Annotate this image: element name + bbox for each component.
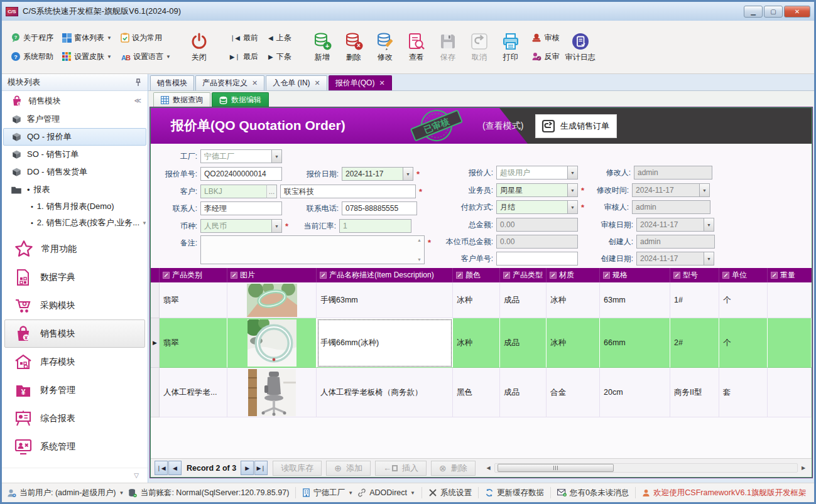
- column-header[interactable]: 产品名称描述(Item Description): [317, 268, 453, 282]
- chevron-down-icon[interactable]: ▼: [567, 183, 578, 197]
- subtab-data-edit[interactable]: 数据编辑: [212, 92, 269, 107]
- sidebar-module-purchasing[interactable]: 采购模块: [4, 291, 145, 319]
- close-tab-icon[interactable]: ✕: [315, 79, 320, 87]
- active-cell-editor[interactable]: 手镯66mm(冰种): [317, 318, 453, 368]
- chevron-down-icon[interactable]: ▼: [567, 200, 578, 214]
- sidebar-group-sales[interactable]: ¥ 销售模块 ≪: [2, 91, 148, 110]
- chevron-down-icon[interactable]: ▼: [271, 219, 282, 233]
- nav-first-button[interactable]: ❘◀: [155, 461, 168, 475]
- collapse-icon[interactable]: ≪: [134, 97, 141, 105]
- currency-select[interactable]: 人民币▼: [200, 219, 282, 233]
- about-button[interactable]: ? 关于程序: [8, 31, 56, 45]
- system-help-button[interactable]: ? 系统帮助: [8, 50, 56, 63]
- view-button[interactable]: 查看: [401, 32, 432, 63]
- quote-no-field[interactable]: QO202400000014: [200, 167, 282, 181]
- set-language-button[interactable]: AB 设置语言▼: [118, 50, 173, 63]
- sidebar-module-inventory[interactable]: 库存模块: [4, 348, 145, 376]
- nav-prev-button[interactable]: ◀: [168, 461, 182, 475]
- column-header[interactable]: 规格: [600, 268, 670, 282]
- column-header[interactable]: 型号: [670, 268, 719, 282]
- quote-date-field[interactable]: 2024-11-17▼: [342, 167, 413, 181]
- tab-sales-module[interactable]: 销售模块: [150, 75, 194, 90]
- audit-log-button[interactable]: 审计日志: [565, 32, 596, 63]
- create-date-field[interactable]: 2024-11-17▼: [636, 252, 714, 265]
- base-total-field[interactable]: 0.00: [496, 235, 578, 249]
- tab-product-definition[interactable]: 产品资料定义✕: [195, 75, 264, 90]
- modifier-field[interactable]: admin: [634, 166, 712, 180]
- set-skin-button[interactable]: 设置皮肤▼: [60, 50, 114, 63]
- unapprove-button[interactable]: ✓ 反审: [529, 50, 562, 63]
- column-header[interactable]: 重量: [768, 268, 812, 282]
- column-header[interactable]: 产品类型: [500, 268, 547, 282]
- scroll-left-icon[interactable]: ◀: [484, 465, 493, 471]
- payment-select[interactable]: 月结▼: [496, 200, 578, 214]
- last-record-button[interactable]: ▶❘最后: [227, 50, 261, 63]
- sidebar-module-system[interactable]: 系统管理: [4, 432, 145, 461]
- sidebar-module-data-dictionary[interactable]: 数据字典: [4, 263, 145, 291]
- tab-inbound-order[interactable]: 入仓单 (IN)✕: [266, 75, 327, 90]
- ellipsis-lookup-icon[interactable]: …: [266, 185, 277, 198]
- quoter-select[interactable]: 超级用户▼: [496, 166, 578, 180]
- sidebar-module-favorites[interactable]: 常用功能: [4, 235, 145, 263]
- close-form-button[interactable]: 关闭: [184, 32, 214, 63]
- sidebar-folder-reports[interactable]: •报表: [2, 181, 148, 198]
- tab-quotation-order[interactable]: 报价单(QO)✕: [329, 75, 392, 90]
- refresh-cache-button[interactable]: 更新缓存数据: [485, 488, 544, 498]
- chevron-down-icon[interactable]: ▼: [403, 167, 413, 181]
- pin-icon[interactable]: [134, 78, 142, 87]
- add-button[interactable]: + 新增: [307, 32, 337, 63]
- connection-selector[interactable]: ADODirect▼: [357, 488, 415, 497]
- phone-field[interactable]: 0785-88885555: [342, 201, 417, 215]
- salesman-select[interactable]: 周星星▼: [496, 183, 578, 197]
- rate-field[interactable]: 1: [339, 219, 411, 233]
- approver-field[interactable]: admin: [632, 200, 710, 214]
- modify-time-field[interactable]: 2024-11-17▼: [632, 183, 710, 197]
- nav-next-button[interactable]: ▶: [241, 461, 254, 475]
- chevron-down-icon[interactable]: ▼: [704, 218, 714, 232]
- sidebar-item-qo-quotation[interactable]: QO - 报价单: [3, 128, 146, 146]
- minimize-button[interactable]: ▁: [744, 6, 763, 18]
- chevron-down-icon[interactable]: ▼: [271, 149, 282, 163]
- column-header[interactable]: 图片: [227, 268, 317, 282]
- sidebar-module-finance[interactable]: ¥ 财务管理: [4, 376, 145, 404]
- subtab-data-query[interactable]: 数据查询: [153, 92, 210, 107]
- column-header[interactable]: 单位: [719, 268, 768, 282]
- total-field[interactable]: 0.00: [496, 218, 578, 232]
- close-button[interactable]: ✕: [784, 6, 810, 18]
- messages-button[interactable]: + 您有0条未读消息: [557, 488, 629, 498]
- row-insert-button[interactable]: ←插入: [375, 461, 427, 476]
- maximize-button[interactable]: ▢: [764, 6, 783, 18]
- print-button[interactable]: 打印: [496, 32, 526, 63]
- generate-sales-order-button[interactable]: 生成销售订单: [535, 114, 617, 138]
- scrollbar[interactable]: ▲▼: [415, 237, 423, 263]
- approve-date-field[interactable]: 2024-11-17▼: [636, 218, 714, 232]
- factory-selector[interactable]: 宁德工厂▼: [302, 488, 353, 498]
- system-settings-button[interactable]: 系统设置: [428, 488, 472, 498]
- sidebar-scroll-down-icon[interactable]: ▽: [134, 472, 139, 479]
- customer-order-field[interactable]: [496, 252, 578, 265]
- memo-field[interactable]: ▲▼: [200, 235, 425, 264]
- row-add-button[interactable]: ⊕添加: [326, 461, 371, 476]
- title-bar[interactable]: C/S C/S系统快速开发框架-旗舰版V6.1(2024-09) ▁ ▢ ✕: [2, 2, 814, 21]
- customer-name-field[interactable]: 联宝科技: [280, 185, 416, 198]
- factory-select[interactable]: 宁德工厂▼: [200, 149, 282, 163]
- close-tab-icon[interactable]: ✕: [379, 79, 384, 87]
- save-button[interactable]: 保存: [433, 32, 463, 63]
- table-row[interactable]: 翡翠 手镯63mm 冰种 成品 冰种 63mm 1# 个: [151, 282, 812, 318]
- delete-button[interactable]: × 删除: [339, 32, 369, 63]
- column-header[interactable]: 产品类别: [160, 268, 227, 282]
- horizontal-scrollbar[interactable]: ◀ ▶: [484, 463, 808, 473]
- chevron-down-icon[interactable]: ▼: [567, 166, 578, 180]
- sidebar-item-so-sales-order[interactable]: SO - 销售订单: [2, 146, 148, 163]
- contact-field[interactable]: 李经理: [200, 201, 282, 215]
- modify-button[interactable]: 修改: [370, 32, 400, 63]
- sidebar-module-reports[interactable]: 综合报表: [4, 404, 145, 432]
- sidebar-item-do-delivery[interactable]: DO - 销售发货单: [2, 163, 148, 181]
- column-header[interactable]: 材质: [547, 268, 600, 282]
- sidebar-item-customer-mgmt[interactable]: 客户管理: [2, 110, 148, 128]
- nav-last-button[interactable]: ▶❘: [254, 461, 268, 475]
- sidebar-report-summary[interactable]: •2. 销售汇总表(按客户,业务...▼: [2, 215, 148, 231]
- chevron-down-icon[interactable]: ▼: [704, 252, 714, 265]
- set-favorite-button[interactable]: 设为常用: [118, 31, 173, 45]
- scroll-right-icon[interactable]: ▶: [799, 465, 808, 471]
